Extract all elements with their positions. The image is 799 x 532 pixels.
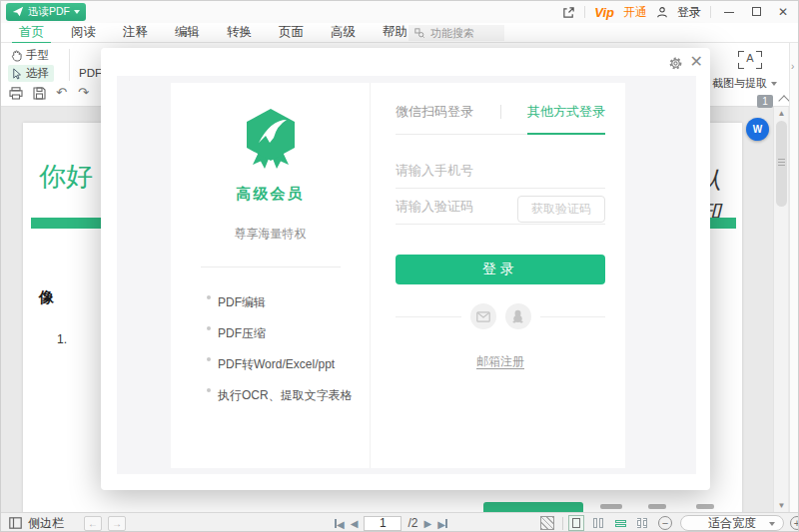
right-panel-strip: › bbox=[789, 43, 799, 512]
qq-login-button[interactable] bbox=[505, 303, 531, 329]
menu-advanced[interactable]: 高级 bbox=[331, 22, 356, 44]
redo-icon[interactable]: ↷ bbox=[78, 85, 89, 100]
menu-edit[interactable]: 编辑 bbox=[175, 22, 200, 44]
print-icon[interactable] bbox=[9, 87, 23, 100]
sidebar-label: 侧边栏 bbox=[28, 515, 64, 532]
capture-letter: A bbox=[738, 52, 762, 64]
save-icon[interactable] bbox=[33, 87, 46, 100]
menu-convert[interactable]: 转换 bbox=[227, 22, 252, 44]
divider bbox=[69, 49, 70, 81]
scroll-up-icon[interactable]: ▲ bbox=[774, 109, 789, 118]
app-title: 迅读PDF bbox=[28, 5, 70, 19]
bullet-icon bbox=[207, 388, 211, 392]
bullet-icon bbox=[207, 357, 211, 361]
bird-logo-icon bbox=[12, 6, 24, 18]
app-menu-button[interactable]: 迅读PDF bbox=[6, 3, 86, 21]
close-button[interactable]: ✕ bbox=[774, 1, 792, 23]
scroll-down-icon[interactable]: ▼ bbox=[774, 501, 789, 510]
zoom-in-button[interactable]: + bbox=[790, 516, 799, 530]
social-login-row bbox=[396, 303, 605, 329]
membership-title: 高级会员 bbox=[237, 185, 305, 204]
modal-close-icon[interactable]: ✕ bbox=[690, 54, 703, 70]
expand-panel-icon[interactable]: › bbox=[791, 61, 794, 72]
open-vip-button[interactable]: 开通 bbox=[623, 4, 647, 21]
menu-help[interactable]: 帮助 bbox=[383, 22, 407, 44]
feature-item: PDF压缩 bbox=[207, 318, 370, 349]
prev-page-button[interactable]: ◀ bbox=[351, 518, 359, 529]
divider bbox=[584, 6, 585, 18]
cursor-icon bbox=[11, 68, 22, 80]
bullet-icon bbox=[207, 295, 211, 299]
undo-icon[interactable]: ↶ bbox=[56, 85, 67, 100]
chevron-down-icon bbox=[771, 82, 777, 86]
function-search-input[interactable] bbox=[428, 26, 498, 40]
zoom-out-button[interactable]: − bbox=[658, 516, 672, 530]
divider bbox=[201, 266, 341, 267]
search-icon bbox=[414, 28, 424, 38]
envelope-icon bbox=[476, 311, 490, 322]
settings-gear-icon[interactable] bbox=[668, 56, 683, 71]
select-tool-button[interactable]: 选择 bbox=[8, 65, 54, 82]
feature-item: PDF编辑 bbox=[207, 287, 370, 318]
qq-penguin-icon bbox=[511, 309, 524, 323]
login-modal: ✕ 高级会员 尊享海量特权 PDF编辑 PDF压缩 bbox=[101, 48, 710, 490]
capture-extract-label: 截图与提取 bbox=[712, 76, 767, 91]
clipped-green-button[interactable] bbox=[483, 502, 583, 512]
document-scrollbar[interactable]: ▲ ▼ bbox=[773, 107, 788, 512]
minimize-button[interactable] bbox=[720, 1, 738, 23]
menu-page[interactable]: 页面 bbox=[279, 22, 304, 44]
scrollbar-thumb[interactable] bbox=[776, 121, 787, 207]
fit-width-dropdown[interactable]: 适合宽度 bbox=[680, 515, 784, 531]
page-number-input[interactable] bbox=[364, 516, 401, 531]
menu-read[interactable]: 阅读 bbox=[71, 22, 96, 44]
vip-badge-icon bbox=[242, 107, 300, 171]
capture-icon[interactable]: A bbox=[738, 51, 762, 69]
feature-item: PDF转Word/Excel/ppt bbox=[207, 349, 370, 380]
hand-tool-button[interactable]: 手型 bbox=[11, 48, 49, 63]
page-total-label: /2 bbox=[407, 516, 417, 530]
page-thumbnail-icon[interactable] bbox=[540, 516, 554, 530]
pdf-to-word-fab[interactable]: W bbox=[746, 118, 769, 141]
tab-other-login[interactable]: 其他方式登录 bbox=[527, 103, 605, 135]
get-code-button[interactable]: 获取验证码 bbox=[517, 196, 605, 223]
membership-card: 高级会员 尊享海量特权 PDF编辑 PDF压缩 PDF转Word/Excel/p… bbox=[171, 83, 625, 468]
toolbar-page-badge: 1 bbox=[757, 95, 773, 108]
history-forward-button[interactable]: → bbox=[108, 516, 126, 531]
sidebar-toggle-icon[interactable] bbox=[9, 517, 22, 529]
function-search-box[interactable] bbox=[408, 25, 504, 41]
fit-width-label: 适合宽度 bbox=[708, 516, 756, 530]
tab-wechat-login[interactable]: 微信扫码登录 bbox=[396, 103, 473, 133]
last-page-button[interactable]: ▶ bbox=[437, 514, 447, 532]
login-submit-button[interactable]: 登录 bbox=[396, 255, 605, 284]
clipped-label bbox=[648, 504, 666, 509]
divider bbox=[396, 316, 461, 317]
email-register-link[interactable]: 邮箱注册 bbox=[396, 353, 605, 370]
feature-item: 执行OCR、提取文字表格 bbox=[207, 380, 370, 411]
vip-logo-icon: Vip bbox=[594, 5, 614, 20]
phone-input[interactable] bbox=[396, 153, 605, 189]
doc-subheading: 像 bbox=[39, 288, 54, 307]
modal-body: 高级会员 尊享海量特权 PDF编辑 PDF压缩 PDF转Word/Excel/p… bbox=[117, 76, 696, 474]
first-page-button[interactable]: ◀ bbox=[335, 514, 345, 532]
single-page-view-button[interactable] bbox=[568, 515, 584, 531]
login-button[interactable]: 登录 bbox=[677, 4, 701, 21]
doc-heading-left: 你好 bbox=[39, 159, 93, 195]
maximize-button[interactable] bbox=[747, 1, 765, 23]
email-login-button[interactable] bbox=[470, 303, 496, 329]
hand-tool-label: 手型 bbox=[26, 48, 49, 63]
menu-annotate[interactable]: 注释 bbox=[123, 22, 148, 44]
two-page-view-button[interactable] bbox=[590, 515, 606, 531]
share-icon[interactable] bbox=[562, 6, 575, 19]
status-bar: 侧边栏 ← → ◀ ◀ /2 ▶ ▶ − 适合宽度 + bbox=[1, 512, 799, 532]
feature-list: PDF编辑 PDF压缩 PDF转Word/Excel/ppt 执行OCR、提取文… bbox=[171, 287, 370, 411]
continuous-view-button[interactable] bbox=[612, 515, 628, 531]
pdf-suite-label-clipped: PDF bbox=[79, 67, 102, 79]
capture-extract-button[interactable]: 截图与提取 bbox=[712, 76, 777, 91]
menu-home[interactable]: 首页 bbox=[19, 22, 44, 44]
scrollbar-grip bbox=[778, 159, 785, 160]
divider bbox=[540, 316, 606, 317]
next-page-button[interactable]: ▶ bbox=[423, 518, 431, 529]
history-back-button[interactable]: ← bbox=[84, 516, 102, 531]
clipped-label bbox=[600, 504, 622, 509]
continuous-two-page-view-button[interactable] bbox=[634, 515, 650, 531]
